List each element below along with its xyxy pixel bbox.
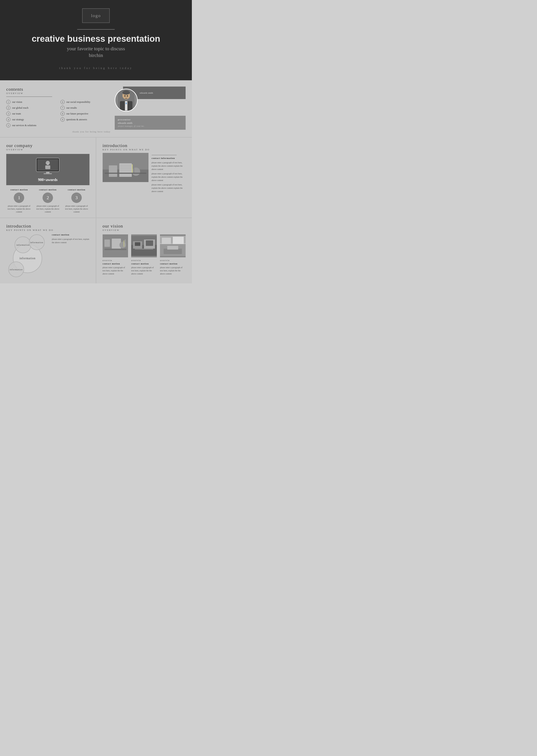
- logo-text: logo: [91, 13, 101, 18]
- presenter-full-name: edwards smith: [118, 122, 183, 125]
- circles-area: information information information info…: [6, 233, 49, 279]
- contact-grid: contact motion 1 please enter a paragrap…: [6, 188, 90, 213]
- toc-item-4: 4 our strategy: [6, 117, 56, 122]
- toc-num-1: 1: [6, 100, 11, 104]
- contact-label-1: contact motion: [6, 188, 32, 191]
- toc-item-9: 9 questions & answers: [61, 117, 110, 122]
- contact-desc-1: please enter a paragraph of text here, e…: [6, 205, 32, 213]
- svg-point-7: [127, 95, 128, 97]
- toc-num-5: 5: [6, 123, 11, 127]
- contents-heading: contents: [6, 87, 110, 92]
- toc-item-3: 3 our team: [6, 111, 56, 116]
- contact-info-label: contact information: [152, 157, 186, 159]
- toc-label-3: our team: [12, 112, 21, 115]
- toc-label-1: our vision: [12, 101, 22, 104]
- toc-grid: 1 our vision 6 our social responsibility…: [6, 100, 110, 127]
- presenter-role: presenter: [118, 118, 183, 121]
- intro1-text-area: contact information please enter a parag…: [152, 153, 186, 194]
- slide-row-3: our company overview ★: [0, 138, 192, 218]
- intro1-para-3: please enter a paragraph of text here, e…: [152, 183, 186, 193]
- toc-num-7: 7: [61, 106, 65, 110]
- intro2-contact-label: contact motion: [52, 233, 90, 236]
- svg-rect-22: [134, 163, 134, 173]
- toc-num-4: 4: [6, 117, 11, 122]
- contact-num-1: 1: [14, 192, 24, 203]
- svg-rect-17: [109, 165, 117, 177]
- vision-card-title-2: contact motion: [131, 262, 157, 265]
- award-text: 900+awords: [35, 178, 60, 182]
- presenter-name: edwards smith: [140, 92, 183, 94]
- toc-label-5: our services & solutions: [12, 124, 36, 127]
- info-circle-center-label: information: [20, 257, 35, 260]
- intro2-section: introduction key points on what we do in…: [0, 218, 96, 283]
- vision-card-title-1: contact motion: [103, 262, 128, 265]
- svg-rect-45: [173, 237, 184, 244]
- contact-num-3: 3: [71, 192, 82, 203]
- svg-rect-14: [44, 173, 52, 174]
- svg-rect-38: [135, 249, 153, 249]
- intro-photo: [103, 153, 148, 182]
- svg-rect-32: [123, 240, 124, 247]
- vision-card-desc-1: please enter a paragraph of text here, e…: [103, 266, 128, 275]
- contents-subheading: overview: [6, 92, 110, 95]
- svg-rect-47: [167, 246, 178, 250]
- presenter-section: edwards smith presenter edwards smith pr…: [115, 87, 186, 133]
- vision-overvie-3: overvie: [160, 259, 186, 262]
- contact-label-2: contact motion: [35, 188, 61, 191]
- slide-hero: logo creative business presentation your…: [0, 0, 192, 80]
- toc-label-7: our results: [66, 106, 77, 109]
- award-banner: ★ 900+awords: [6, 154, 90, 185]
- svg-rect-33: [125, 239, 126, 247]
- vision-card-3: overvie contact motion please enter a pa…: [160, 234, 186, 275]
- toc-thank: thank you for being here today: [6, 131, 110, 133]
- info-circle-3: information: [8, 262, 24, 277]
- intro2-text: contact motion please enter a paragraph …: [52, 233, 90, 279]
- contact-desc-3: please enter a paragraph of text here, e…: [64, 205, 90, 213]
- vision-card-desc-3: please enter a paragraph of text here, e…: [160, 266, 186, 275]
- vision-card-title-3: contact motion: [160, 262, 186, 265]
- svg-point-6: [124, 95, 126, 97]
- monitor-icon: ★ 900+awords: [35, 157, 60, 182]
- contact-label-3: contact motion: [64, 188, 90, 191]
- hero-name: birchin: [4, 53, 188, 58]
- svg-rect-39: [135, 242, 140, 246]
- intro2-heading: introduction: [6, 223, 90, 229]
- company-heading: our company: [6, 143, 90, 148]
- vision-img-3: [160, 234, 186, 257]
- svg-point-19: [132, 167, 140, 176]
- toc-num-9: 9: [61, 117, 65, 122]
- vision-overvie-2: overvie: [131, 259, 157, 262]
- intro2-contact-desc: please enter a paragraph of text here, e…: [52, 237, 90, 244]
- hero-tagline: thank you for being here today: [4, 66, 188, 70]
- vision-section: our vision overview: [96, 218, 192, 283]
- info-circle-1: information: [15, 236, 31, 253]
- contents-left: contents overview 1 our vision 6 our soc…: [6, 87, 110, 133]
- vision-card-2: overvie contact motion please enter a pa…: [131, 234, 157, 275]
- svg-text:★: ★: [47, 163, 49, 165]
- company-subheading: overview: [6, 148, 90, 151]
- toc-item-6: 6 our social responsibility: [61, 100, 110, 104]
- slide-contents: contents overview 1 our vision 6 our soc…: [0, 80, 192, 137]
- toc-num-8: 8: [61, 111, 65, 116]
- info-circle-3-label: information: [10, 268, 23, 271]
- intro1-content: contact information please enter a parag…: [103, 153, 186, 194]
- svg-rect-29: [111, 238, 121, 250]
- toc-divider: [6, 97, 52, 97]
- svg-point-2: [122, 91, 130, 95]
- svg-rect-31: [104, 249, 126, 250]
- vision-heading: our vision: [103, 223, 186, 229]
- vision-overvie-1: overvie: [103, 259, 128, 262]
- contact-num-2: 2: [43, 192, 53, 203]
- hero-subtitle: your favorite topic to discuss: [4, 46, 188, 52]
- intro2-subheading: key points on what we do: [6, 229, 90, 231]
- svg-rect-20: [105, 173, 146, 174]
- svg-rect-13: [46, 172, 49, 173]
- svg-rect-44: [162, 238, 171, 244]
- hero-divider: [77, 29, 115, 30]
- toc-item-8: 8 our future perspective: [61, 111, 110, 116]
- toc-label-9: questions & answers: [66, 118, 87, 121]
- slide-row-4: introduction key points on what we do in…: [0, 218, 192, 283]
- intro1-para-2: please enter a paragraph of text here, e…: [152, 172, 186, 182]
- toc-label-6: our social responsibility: [66, 101, 90, 104]
- svg-rect-28: [104, 239, 110, 247]
